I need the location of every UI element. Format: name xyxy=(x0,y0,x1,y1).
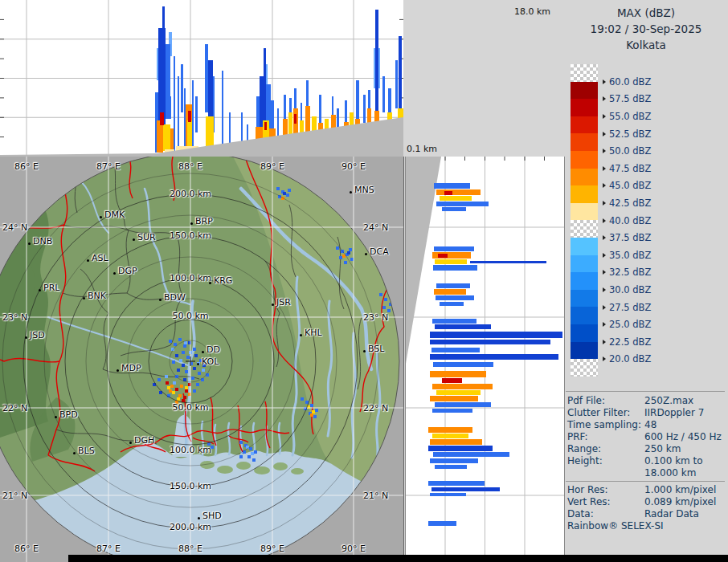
city-marker-dot xyxy=(73,452,76,454)
legend-tick-arrow-icon xyxy=(603,114,606,119)
legend-swatch xyxy=(571,255,598,273)
legend-label-column: 60.0 dBZ57.5 dBZ55.0 dBZ52.5 dBZ50.0 dBZ… xyxy=(603,64,723,377)
radar-site-name: Kolkata xyxy=(564,37,728,53)
legend-swatch xyxy=(571,169,598,186)
legend-swatch xyxy=(571,64,598,82)
lon-label-bottom: 88° E xyxy=(178,544,202,554)
info-row: PRF:600 Hz / 450 Hz xyxy=(567,431,726,443)
legend-swatch xyxy=(571,151,598,169)
legend-tick-arrow-icon xyxy=(603,201,606,206)
city-label: BRP xyxy=(195,216,213,226)
legend-swatch xyxy=(571,116,598,134)
map-panel: 86° E86° E87° E87° E88° E88° E89° E89° E… xyxy=(0,157,404,562)
city-marker-dot xyxy=(159,299,162,301)
info-block-1: Pdf File:250Z.maxClutter Filter:IIRDoppl… xyxy=(567,395,726,479)
legend-entry-label: 55.0 dBZ xyxy=(603,108,651,125)
city-label: DNB xyxy=(33,236,52,246)
city-marker-dot xyxy=(87,259,89,262)
city-marker-dot xyxy=(300,334,302,336)
legend-swatch xyxy=(571,99,598,116)
city-marker-dot xyxy=(209,282,211,284)
height-axis-max-label: 18.0 km xyxy=(514,6,550,17)
city-label: BLS xyxy=(78,446,95,456)
lat-label-right: 23° N xyxy=(363,312,388,323)
range-ring-label: 150.0 km xyxy=(170,230,211,241)
city-label: JSD xyxy=(30,330,45,340)
city-marker-dot xyxy=(363,350,366,352)
legend-tick-arrow-icon xyxy=(603,132,606,136)
legend-tick-arrow-icon xyxy=(603,287,606,292)
lon-label-bottom: 89° E xyxy=(260,544,284,554)
city-marker-dot xyxy=(28,242,31,245)
lat-label-left: 24° N xyxy=(2,222,27,233)
legend-swatch xyxy=(571,203,598,221)
radar-display: 86° E86° E87° E87° E88° E88° E89° E89° E… xyxy=(0,0,728,562)
legend-swatch xyxy=(571,342,598,360)
height-axis-min-label: 0.1 km xyxy=(407,144,437,154)
legend-entry-label: 52.5 dBZ xyxy=(603,125,651,143)
range-ring-label: 50.0 km xyxy=(172,402,208,413)
yz-projection-panel xyxy=(405,157,565,562)
city-label: MNS xyxy=(354,185,374,195)
city-label: BDW xyxy=(164,292,186,303)
lon-label-top: 89° E xyxy=(260,161,284,172)
info-row: 18.000 km xyxy=(567,467,726,479)
legend-tick-arrow-icon xyxy=(603,149,606,153)
legend-tick-arrow-icon xyxy=(603,166,606,171)
legend-tick-arrow-icon xyxy=(603,322,606,327)
city-label: KHL xyxy=(305,328,322,338)
legend-entry-label: 60.0 dBZ xyxy=(603,73,651,91)
info-row: Time sampling:48 xyxy=(567,419,726,431)
legend-tick-arrow-icon xyxy=(603,253,606,258)
legend-swatch xyxy=(571,290,598,307)
city-marker-dot xyxy=(55,416,57,418)
separator xyxy=(566,481,725,482)
city-label: BPD xyxy=(59,409,78,420)
legend-entry-label: 22.5 dBZ xyxy=(603,333,651,351)
city-marker-dot xyxy=(202,351,204,353)
legend-tick-arrow-icon xyxy=(603,79,606,84)
city-label: DGP xyxy=(118,266,137,276)
legend-tick-arrow-icon xyxy=(603,305,606,310)
city-label: DGH xyxy=(134,435,154,446)
city-marker-dot xyxy=(190,222,193,225)
lon-label-bottom: 90° E xyxy=(342,544,366,554)
city-label: ASL xyxy=(92,253,108,263)
legend-entry-label: 57.5 dBZ xyxy=(603,90,651,108)
lat-label-left: 22° N xyxy=(2,403,27,413)
title-block: MAX (dBZ) 19:02 / 30-Sep-2025 Kolkata xyxy=(564,5,728,53)
range-ring-label: 200.0 km xyxy=(170,189,211,199)
info-row: Hor Res:1.000 km/pixel xyxy=(567,484,726,496)
legend-entry-label: 47.5 dBZ xyxy=(603,160,651,177)
range-ring-label: 100.0 km xyxy=(170,273,211,283)
info-row: Vert Res:0.089 km/pixel xyxy=(567,496,726,508)
legend-swatch xyxy=(571,133,598,151)
lat-label-left: 21° N xyxy=(2,491,27,501)
city-marker-dot xyxy=(197,363,199,365)
info-row: Clutter Filter:IIRDoppler 7 xyxy=(567,407,726,419)
city-label: DCA xyxy=(370,246,389,257)
city-marker-dot xyxy=(113,272,116,275)
legend-swatch xyxy=(571,359,598,377)
lon-label-top: 88° E xyxy=(178,161,202,172)
lat-label-right: 24° N xyxy=(363,222,388,233)
city-label: KOL xyxy=(202,356,219,367)
legend: 60.0 dBZ57.5 dBZ55.0 dBZ52.5 dBZ50.0 dBZ… xyxy=(571,64,723,379)
city-marker-dot xyxy=(83,297,85,299)
legend-tick-arrow-icon xyxy=(603,270,606,275)
info-block-2: Hor Res:1.000 km/pixelVert Res:0.089 km/… xyxy=(567,484,726,520)
legend-swatch xyxy=(571,185,598,203)
separator xyxy=(566,391,725,392)
city-marker-dot xyxy=(350,191,352,193)
legend-entry-label: 45.0 dBZ xyxy=(603,177,651,194)
lon-label-top: 87° E xyxy=(96,161,121,172)
legend-entry-label: 35.0 dBZ xyxy=(603,246,651,264)
legend-entry-label: 30.0 dBZ xyxy=(603,281,651,299)
legend-tick-arrow-icon xyxy=(603,218,606,223)
legend-swatch xyxy=(571,324,598,342)
legend-entry-label: 20.0 dBZ xyxy=(603,350,651,368)
city-label: SHD xyxy=(202,511,222,521)
legend-swatch xyxy=(571,307,598,324)
legend-entry-label: 40.0 dBZ xyxy=(603,212,651,230)
lon-label-bottom: 87° E xyxy=(96,544,121,554)
